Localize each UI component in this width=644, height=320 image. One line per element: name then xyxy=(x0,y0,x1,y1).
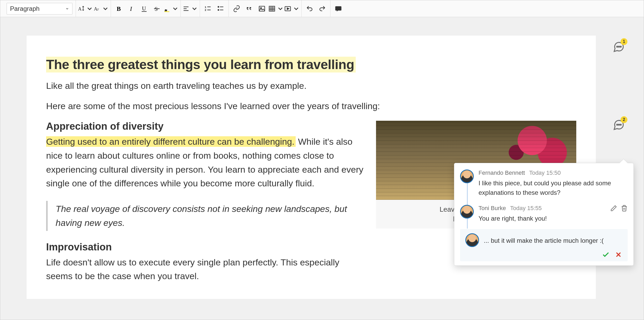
undo-icon xyxy=(306,5,313,12)
svg-point-19 xyxy=(218,9,219,10)
font-family-button[interactable]: AF xyxy=(93,2,109,15)
svg-marker-30 xyxy=(287,8,289,9)
comment-text: You are right, thank you! xyxy=(479,214,628,223)
tb-group-history xyxy=(302,0,330,17)
italic-icon: I xyxy=(128,5,135,12)
table-button[interactable] xyxy=(268,2,284,15)
blockquote-icon xyxy=(246,5,253,12)
svg-rect-10 xyxy=(164,11,169,12)
chevron-down-icon xyxy=(102,5,109,12)
lead-paragraph[interactable]: Like all the great things on earth trave… xyxy=(46,79,576,93)
svg-point-34 xyxy=(617,124,618,125)
svg-point-33 xyxy=(620,46,621,47)
heading-select[interactable]: Paragraph xyxy=(7,3,72,14)
comment-text: I like this piece, but could you please … xyxy=(479,178,628,197)
page-title[interactable]: The three greatest things you learn from… xyxy=(46,57,356,72)
intro-paragraph[interactable]: Here are some of the most precious lesso… xyxy=(46,99,576,113)
toolbar: Paragraph A AF B I U xyxy=(0,0,644,17)
image-icon xyxy=(258,5,266,12)
avatar xyxy=(460,205,474,219)
svg-text:A: A xyxy=(78,6,82,12)
redo-icon xyxy=(319,5,326,12)
align-button[interactable] xyxy=(182,2,198,15)
title-highlight: The three greatest things you learn from… xyxy=(46,57,356,72)
tb-group-format: B I U S xyxy=(111,0,181,17)
comment-count-badge: 2 xyxy=(621,116,627,123)
svg-point-31 xyxy=(617,46,618,47)
cancel-icon[interactable] xyxy=(614,251,622,259)
tb-group-comments xyxy=(330,0,346,17)
avatar xyxy=(465,233,479,247)
heading-select-label: Paragraph xyxy=(10,5,40,12)
comment-icon xyxy=(335,5,342,12)
svg-text:I: I xyxy=(130,5,132,12)
section-1-text[interactable]: Appreciation of diversity Getting used t… xyxy=(46,121,365,283)
tb-group-insert xyxy=(229,0,302,17)
bold-button[interactable]: B xyxy=(113,2,125,15)
strikethrough-icon: S xyxy=(153,5,160,12)
svg-text:B: B xyxy=(117,5,121,12)
comment-time: Today 15:55 xyxy=(510,205,542,212)
underline-button[interactable]: U xyxy=(138,2,150,15)
comment-count-badge: 1 xyxy=(621,38,627,45)
add-comment-button[interactable] xyxy=(332,2,345,15)
link-button[interactable] xyxy=(230,2,243,15)
chevron-down-icon xyxy=(191,5,198,12)
italic-button[interactable]: I xyxy=(125,2,138,15)
strikethrough-button[interactable]: S xyxy=(150,2,163,15)
table-icon xyxy=(268,5,276,12)
comment-thread: Fernando Bennett Today 15:50 I like this… xyxy=(454,163,634,266)
highlight-button[interactable] xyxy=(163,2,179,15)
comment-author: Toni Burke xyxy=(479,205,506,212)
tb-group-lists: 12 xyxy=(200,0,229,17)
section-1-highlight: Getting used to an entirely different cu… xyxy=(46,136,296,147)
avatar xyxy=(460,169,474,183)
chevron-down-icon xyxy=(86,5,93,12)
undo-button[interactable] xyxy=(303,2,316,15)
redo-button[interactable] xyxy=(316,2,329,15)
media-icon xyxy=(284,5,291,12)
edit-icon[interactable] xyxy=(610,205,617,212)
comment-header: Fernando Bennett Today 15:50 xyxy=(479,169,628,176)
section-1-body[interactable]: Getting used to an entirely different cu… xyxy=(46,135,365,190)
media-button[interactable] xyxy=(284,2,300,15)
font-family-icon: AF xyxy=(93,5,101,12)
reply-box: ... but it will make the article much lo… xyxy=(460,229,628,261)
svg-text:F: F xyxy=(97,8,99,11)
svg-rect-22 xyxy=(259,6,265,11)
numbered-list-button[interactable]: 12 xyxy=(202,2,214,15)
tb-group-fontsize: A AF xyxy=(76,0,111,17)
comment-author: Fernando Bennett xyxy=(479,169,525,176)
submit-icon[interactable] xyxy=(602,251,610,259)
chevron-down-icon xyxy=(292,5,300,12)
app-root: Paragraph A AF B I U xyxy=(0,0,644,320)
blockquote-button[interactable] xyxy=(243,2,256,15)
svg-rect-24 xyxy=(269,6,275,11)
svg-point-35 xyxy=(618,124,619,125)
svg-text:2: 2 xyxy=(205,9,206,11)
reply-input[interactable]: ... but it will make the article much lo… xyxy=(484,233,622,245)
section-2-heading[interactable]: Improvisation xyxy=(46,241,365,253)
section-2-body[interactable]: Life doesn't allow us to execute every s… xyxy=(46,255,365,283)
workspace: The three greatest things you learn from… xyxy=(0,17,644,320)
svg-text:U: U xyxy=(142,5,146,11)
chevron-down-icon xyxy=(172,5,179,12)
comment-item: Fernando Bennett Today 15:50 I like this… xyxy=(460,167,628,202)
image-button[interactable] xyxy=(256,2,268,15)
comment-item: Toni Burke Today 15:55 You are right, th… xyxy=(460,202,628,228)
bullet-list-button[interactable] xyxy=(214,2,227,15)
section-1-heading[interactable]: Appreciation of diversity xyxy=(46,121,365,132)
svg-point-18 xyxy=(218,6,219,7)
comment-marker-2[interactable]: 2 xyxy=(613,119,625,131)
comment-marker-1[interactable]: 1 xyxy=(613,41,625,53)
delete-icon[interactable] xyxy=(621,205,628,212)
blockquote[interactable]: The real voyage of discovery consists no… xyxy=(46,201,365,231)
align-left-icon xyxy=(182,5,190,12)
chevron-down-icon xyxy=(277,5,284,12)
font-size-button[interactable]: A xyxy=(77,2,93,15)
font-size-icon: A xyxy=(77,5,85,12)
bullet-list-icon xyxy=(217,5,224,12)
comment-time: Today 15:50 xyxy=(529,169,561,176)
tb-group-heading: Paragraph xyxy=(2,0,76,17)
comment-header: Toni Burke Today 15:55 xyxy=(479,205,628,212)
